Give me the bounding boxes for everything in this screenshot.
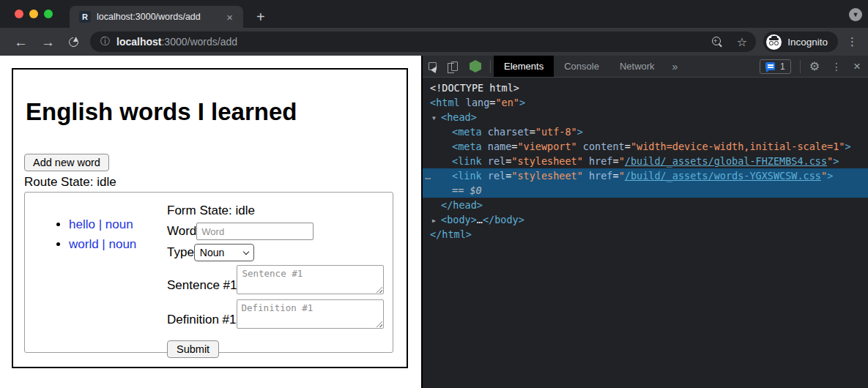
page-title: English words I learned <box>26 97 396 127</box>
definition-label: Definition #1 <box>167 313 237 327</box>
code-line[interactable]: </html> <box>423 227 868 242</box>
node-hexagon-icon <box>470 60 481 72</box>
incognito-badge: Incognito <box>763 31 838 52</box>
word-label: Word <box>167 224 196 239</box>
submit-button[interactable]: Submit <box>167 340 219 358</box>
browser-toolbar: ← → ⓘ localhost:3000/words/add + ☆ Incog… <box>0 28 868 56</box>
route-container: English words I learned Add new word Rou… <box>12 68 408 368</box>
tab-elements[interactable]: Elements <box>494 56 554 77</box>
issues-badge[interactable]: 1 <box>760 59 791 74</box>
address-bar[interactable]: ⓘ localhost:3000/words/add + ☆ <box>90 31 756 52</box>
add-word-form: Form State: idle Word Type Noun Sentence <box>167 203 393 352</box>
sentence-label: Sentence #1 <box>167 278 237 293</box>
devtools-toolbar: Elements Console Network » 1 ⚙ ⋮ × <box>423 56 868 78</box>
issues-bubble-icon <box>765 62 775 70</box>
word-list-item: world | noun <box>69 234 167 254</box>
tab-search-button[interactable]: ▼ <box>849 8 862 21</box>
url-path: :3000/words/add <box>161 36 237 48</box>
reload-icon <box>67 35 80 48</box>
code-line[interactable]: …<link rel="stylesheet" href="/build/_as… <box>423 168 868 183</box>
close-window-button[interactable] <box>15 10 23 18</box>
code-line[interactable]: == $0 <box>423 183 868 198</box>
bookmark-star-icon[interactable]: ☆ <box>737 35 747 49</box>
code-line[interactable]: ▼<head> <box>423 110 868 124</box>
resize-handle-icon[interactable] <box>376 321 382 327</box>
chevron-down-icon <box>243 249 249 255</box>
code-line[interactable]: </head> <box>423 198 868 212</box>
word-list-item: hello | noun <box>69 214 167 234</box>
window-controls <box>15 10 53 18</box>
tab-close-icon[interactable]: × <box>223 10 236 24</box>
forward-button[interactable]: → <box>34 35 62 49</box>
zoom-icon[interactable]: + <box>712 37 722 47</box>
devtools-panel: Elements Console Network » 1 ⚙ ⋮ × <!DOC… <box>421 56 868 388</box>
type-select[interactable]: Noun <box>194 244 254 261</box>
add-word-button[interactable]: Add new word <box>24 154 109 171</box>
browser-tab[interactable]: R localhost:3000/words/add × <box>70 6 243 28</box>
resize-handle-icon[interactable] <box>376 286 382 293</box>
form-state-text: Form State: idle <box>167 203 393 219</box>
route-state-text: Route State: idle <box>24 175 396 190</box>
sentence-textarea[interactable] <box>237 265 384 294</box>
code-line[interactable]: <html lang="en"> <box>423 95 868 110</box>
word-link[interactable]: world | noun <box>69 237 136 251</box>
type-label: Type <box>167 245 194 260</box>
site-info-icon[interactable]: ⓘ <box>100 35 110 48</box>
expand-arrow-icon[interactable]: ▼ <box>432 111 441 126</box>
incognito-label: Incognito <box>787 37 828 48</box>
definition-textarea[interactable] <box>237 299 384 329</box>
node-devtools-button[interactable] <box>464 56 487 77</box>
inspect-element-button[interactable] <box>423 56 442 77</box>
browser-menu-button[interactable]: ⋮ <box>838 35 861 48</box>
code-line[interactable]: <meta charset="utf-8"> <box>423 124 868 139</box>
new-tab-button[interactable]: + <box>252 10 270 24</box>
collapse-arrow-icon[interactable]: ▶ <box>432 214 441 228</box>
incognito-icon <box>766 34 782 50</box>
line-overflow-icon: … <box>425 168 431 183</box>
url-text: localhost:3000/words/add <box>116 36 237 48</box>
chevron-down-icon: ▼ <box>853 11 859 18</box>
words-list: hello | nounworld | noun <box>37 214 167 352</box>
web-page: English words I learned Add new word Rou… <box>0 56 421 388</box>
minimize-window-button[interactable] <box>29 10 38 18</box>
code-line[interactable]: <link rel="stylesheet" href="/build/_ass… <box>423 154 868 168</box>
word-link[interactable]: hello | noun <box>69 217 133 231</box>
issues-count: 1 <box>780 61 785 72</box>
devtools-code: <!DOCTYPE html><html lang="en">▼<head><m… <box>423 78 868 388</box>
tab-title: localhost:3000/words/add <box>97 12 223 22</box>
more-tabs-button[interactable]: » <box>665 61 686 72</box>
url-host: localhost <box>116 36 161 48</box>
maximize-window-button[interactable] <box>44 10 53 18</box>
code-line[interactable]: <!DOCTYPE html> <box>423 81 868 95</box>
device-toolbar-button[interactable] <box>442 56 464 77</box>
browser-titlebar: R localhost:3000/words/add × + ▼ <box>0 0 868 28</box>
devtools-menu-button[interactable]: ⋮ <box>826 61 847 72</box>
back-button[interactable]: ← <box>7 35 34 49</box>
type-select-value: Noun <box>200 247 224 258</box>
devtools-close-button[interactable]: × <box>847 59 868 74</box>
tab-console[interactable]: Console <box>554 56 609 77</box>
settings-gear-icon[interactable]: ⚙ <box>804 59 826 73</box>
reload-button[interactable] <box>62 37 86 47</box>
code-line[interactable]: ▶<body>…</body> <box>423 212 868 227</box>
word-input[interactable] <box>196 223 314 240</box>
words-panel: hello | nounworld | noun Form State: idl… <box>24 192 393 353</box>
tab-network[interactable]: Network <box>609 56 665 77</box>
inspect-cursor-icon <box>429 62 437 70</box>
code-line[interactable]: <meta name="viewport" content="width=dev… <box>423 139 868 154</box>
remix-logo-icon: R <box>79 11 91 23</box>
device-icon <box>451 61 458 71</box>
